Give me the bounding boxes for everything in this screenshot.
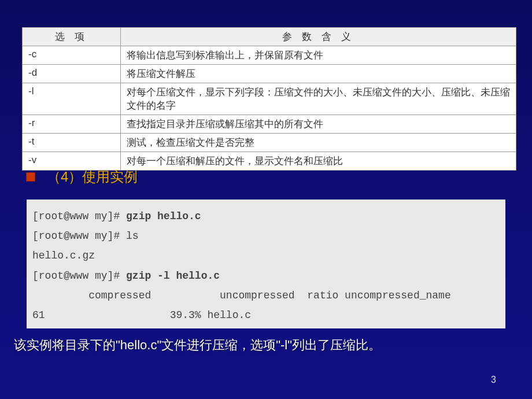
cell-desc: 测试，检查压缩文件是否完整 [121,134,516,152]
code-line: [root@www my]# ls [32,226,505,246]
options-table: 选 项 参 数 含 义 -c将输出信息写到标准输出上，并保留原有文件 -d将压缩… [22,27,516,171]
bullet-icon [26,172,35,182]
cell-opt: -c [23,46,121,65]
cell-opt: -r [23,115,121,134]
cell-desc: 将输出信息写到标准输出上，并保留原有文件 [121,46,516,65]
table-row: -r查找指定目录并压缩或解压缩其中的所有文件 [23,115,516,134]
code-line: 61 39.3% hello.c [32,305,505,325]
code-example: [root@www my]# gzip hello.c [root@www my… [27,200,505,328]
cell-desc: 将压缩文件解压 [121,65,516,83]
footer-paragraph: 该实例将目录下的"hello.c"文件进行压缩，选项"-l"列出了压缩比。 [14,337,381,354]
table-row: -l对每个压缩文件，显示下列字段：压缩文件的大小、未压缩文件的大小、压缩比、未压… [23,83,516,115]
code-cmd: gzip hello.c [126,210,201,222]
code-line: hello.c.gz [32,246,505,265]
section-header: （4）使用实例 [26,168,138,186]
cell-opt: -d [23,65,121,83]
cell-desc: 查找指定目录并压缩或解压缩其中的所有文件 [121,115,516,134]
section-title: （4）使用实例 [47,168,138,186]
th-desc: 参 数 含 义 [121,28,516,46]
table-row: -t测试，检查压缩文件是否完整 [23,134,516,152]
cell-opt: -l [23,83,121,115]
cell-desc: 对每个压缩文件，显示下列字段：压缩文件的大小、未压缩文件的大小、压缩比、未压缩文… [121,83,516,115]
th-option: 选 项 [23,28,121,46]
cell-desc: 对每一个压缩和解压的文件，显示文件名和压缩比 [121,152,516,171]
code-prompt: [root@www my]# [32,210,126,222]
code-line: compressed uncompressed ratio uncompress… [32,286,505,305]
table-row: -d将压缩文件解压 [23,65,516,83]
table-row: -c将输出信息写到标准输出上，并保留原有文件 [23,46,516,65]
code-cmd: gzip -l hello.c [126,270,220,282]
cell-opt: -t [23,134,121,152]
page-number: 3 [491,375,496,385]
code-prompt: [root@www my]# [32,270,126,282]
